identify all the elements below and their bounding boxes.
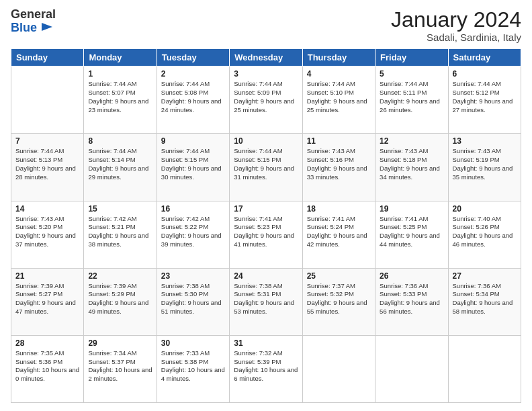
day-number: 26 bbox=[380, 271, 443, 281]
weekday-header-thursday: Thursday bbox=[302, 49, 375, 66]
day-number: 2 bbox=[161, 69, 225, 79]
day-info: Sunrise: 7:39 AMSunset: 5:29 PMDaylight:… bbox=[88, 282, 152, 316]
day-info: Sunrise: 7:44 AMSunset: 5:07 PMDaylight:… bbox=[88, 80, 152, 114]
day-cell: 6 Sunrise: 7:44 AMSunset: 5:12 PMDayligh… bbox=[448, 66, 521, 134]
day-cell: 28 Sunrise: 7:35 AMSunset: 5:36 PMDaylig… bbox=[11, 335, 84, 402]
day-info: Sunrise: 7:33 AMSunset: 5:38 PMDaylight:… bbox=[161, 349, 225, 383]
day-number: 4 bbox=[307, 69, 371, 79]
day-cell: 10 Sunrise: 7:44 AMSunset: 5:15 PMDaylig… bbox=[230, 134, 302, 201]
day-info: Sunrise: 7:44 AMSunset: 5:08 PMDaylight:… bbox=[161, 80, 225, 114]
day-number: 29 bbox=[88, 338, 152, 348]
day-number: 27 bbox=[453, 271, 517, 281]
day-number: 7 bbox=[15, 136, 79, 146]
day-cell: 7 Sunrise: 7:44 AMSunset: 5:13 PMDayligh… bbox=[11, 134, 84, 201]
day-info: Sunrise: 7:36 AMSunset: 5:33 PMDaylight:… bbox=[380, 282, 443, 316]
day-cell: 13 Sunrise: 7:43 AMSunset: 5:19 PMDaylig… bbox=[448, 134, 521, 201]
day-cell: 24 Sunrise: 7:38 AMSunset: 5:31 PMDaylig… bbox=[230, 268, 302, 335]
day-number: 11 bbox=[307, 136, 371, 146]
day-info: Sunrise: 7:44 AMSunset: 5:15 PMDaylight:… bbox=[161, 147, 225, 181]
day-cell: 11 Sunrise: 7:43 AMSunset: 5:16 PMDaylig… bbox=[302, 134, 375, 201]
day-cell: 20 Sunrise: 7:40 AMSunset: 5:26 PMDaylig… bbox=[448, 201, 521, 268]
day-cell: 27 Sunrise: 7:36 AMSunset: 5:34 PMDaylig… bbox=[448, 268, 521, 335]
day-info: Sunrise: 7:41 AMSunset: 5:24 PMDaylight:… bbox=[307, 215, 371, 249]
day-cell bbox=[375, 335, 448, 402]
day-cell: 16 Sunrise: 7:42 AMSunset: 5:22 PMDaylig… bbox=[157, 201, 229, 268]
day-number: 16 bbox=[161, 204, 225, 214]
day-cell: 22 Sunrise: 7:39 AMSunset: 5:29 PMDaylig… bbox=[84, 268, 157, 335]
day-info: Sunrise: 7:43 AMSunset: 5:19 PMDaylight:… bbox=[453, 147, 517, 181]
day-info: Sunrise: 7:37 AMSunset: 5:32 PMDaylight:… bbox=[307, 282, 371, 316]
day-info: Sunrise: 7:44 AMSunset: 5:11 PMDaylight:… bbox=[380, 80, 443, 114]
day-cell bbox=[448, 335, 521, 402]
day-cell: 31 Sunrise: 7:32 AMSunset: 5:39 PMDaylig… bbox=[230, 335, 302, 402]
day-info: Sunrise: 7:36 AMSunset: 5:34 PMDaylight:… bbox=[453, 282, 517, 316]
day-cell: 17 Sunrise: 7:41 AMSunset: 5:23 PMDaylig… bbox=[230, 201, 302, 268]
day-cell bbox=[302, 335, 375, 402]
day-number: 31 bbox=[234, 338, 298, 348]
day-number: 30 bbox=[161, 338, 225, 348]
day-cell: 30 Sunrise: 7:33 AMSunset: 5:38 PMDaylig… bbox=[157, 335, 229, 402]
day-info: Sunrise: 7:44 AMSunset: 5:10 PMDaylight:… bbox=[307, 80, 371, 114]
day-number: 5 bbox=[380, 69, 443, 79]
day-info: Sunrise: 7:44 AMSunset: 5:14 PMDaylight:… bbox=[88, 147, 152, 181]
location-title: Sadali, Sardinia, Italy bbox=[391, 32, 521, 43]
day-cell: 8 Sunrise: 7:44 AMSunset: 5:14 PMDayligh… bbox=[84, 134, 157, 201]
day-cell: 18 Sunrise: 7:41 AMSunset: 5:24 PMDaylig… bbox=[302, 201, 375, 268]
day-number: 21 bbox=[15, 271, 79, 281]
day-cell: 12 Sunrise: 7:43 AMSunset: 5:18 PMDaylig… bbox=[375, 134, 448, 201]
weekday-header-row: SundayMondayTuesdayWednesdayThursdayFrid… bbox=[11, 49, 521, 66]
day-info: Sunrise: 7:38 AMSunset: 5:30 PMDaylight:… bbox=[161, 282, 225, 316]
day-cell: 5 Sunrise: 7:44 AMSunset: 5:11 PMDayligh… bbox=[375, 66, 448, 134]
day-number: 20 bbox=[453, 204, 517, 214]
day-cell: 26 Sunrise: 7:36 AMSunset: 5:33 PMDaylig… bbox=[375, 268, 448, 335]
weekday-header-monday: Monday bbox=[84, 49, 157, 66]
day-info: Sunrise: 7:43 AMSunset: 5:20 PMDaylight:… bbox=[15, 215, 79, 249]
day-cell: 23 Sunrise: 7:38 AMSunset: 5:30 PMDaylig… bbox=[157, 268, 229, 335]
day-cell: 4 Sunrise: 7:44 AMSunset: 5:10 PMDayligh… bbox=[302, 66, 375, 134]
day-number: 17 bbox=[234, 204, 298, 214]
weekday-header-sunday: Sunday bbox=[11, 49, 84, 66]
day-cell: 21 Sunrise: 7:39 AMSunset: 5:27 PMDaylig… bbox=[11, 268, 84, 335]
logo-blue-text: Blue bbox=[11, 21, 37, 35]
day-number: 6 bbox=[453, 69, 517, 79]
day-info: Sunrise: 7:42 AMSunset: 5:21 PMDaylight:… bbox=[88, 215, 152, 249]
day-number: 23 bbox=[161, 271, 225, 281]
day-info: Sunrise: 7:43 AMSunset: 5:16 PMDaylight:… bbox=[307, 147, 371, 181]
day-number: 19 bbox=[380, 204, 443, 214]
day-number: 22 bbox=[88, 271, 152, 281]
title-block: January 2024 Sadali, Sardinia, Italy bbox=[391, 8, 521, 43]
day-info: Sunrise: 7:41 AMSunset: 5:25 PMDaylight:… bbox=[380, 215, 443, 249]
day-cell: 25 Sunrise: 7:37 AMSunset: 5:32 PMDaylig… bbox=[302, 268, 375, 335]
day-number: 1 bbox=[88, 69, 152, 79]
week-row-4: 28 Sunrise: 7:35 AMSunset: 5:36 PMDaylig… bbox=[11, 335, 521, 402]
weekday-header-friday: Friday bbox=[375, 49, 448, 66]
day-info: Sunrise: 7:44 AMSunset: 5:13 PMDaylight:… bbox=[15, 147, 79, 181]
day-info: Sunrise: 7:44 AMSunset: 5:12 PMDaylight:… bbox=[453, 80, 517, 114]
day-info: Sunrise: 7:32 AMSunset: 5:39 PMDaylight:… bbox=[234, 349, 298, 383]
day-cell: 19 Sunrise: 7:41 AMSunset: 5:25 PMDaylig… bbox=[375, 201, 448, 268]
day-info: Sunrise: 7:34 AMSunset: 5:37 PMDaylight:… bbox=[88, 349, 152, 383]
week-row-1: 7 Sunrise: 7:44 AMSunset: 5:13 PMDayligh… bbox=[11, 134, 521, 201]
day-cell: 1 Sunrise: 7:44 AMSunset: 5:07 PMDayligh… bbox=[84, 66, 157, 134]
day-number: 25 bbox=[307, 271, 371, 281]
logo-flag-icon bbox=[39, 21, 54, 35]
day-info: Sunrise: 7:44 AMSunset: 5:15 PMDaylight:… bbox=[234, 147, 298, 181]
weekday-header-saturday: Saturday bbox=[448, 49, 521, 66]
day-number: 28 bbox=[15, 338, 79, 348]
svg-marker-0 bbox=[42, 23, 52, 31]
day-info: Sunrise: 7:38 AMSunset: 5:31 PMDaylight:… bbox=[234, 282, 298, 316]
day-cell: 29 Sunrise: 7:34 AMSunset: 5:37 PMDaylig… bbox=[84, 335, 157, 402]
day-number: 8 bbox=[88, 136, 152, 146]
day-info: Sunrise: 7:40 AMSunset: 5:26 PMDaylight:… bbox=[453, 215, 517, 249]
week-row-0: 1 Sunrise: 7:44 AMSunset: 5:07 PMDayligh… bbox=[11, 66, 521, 134]
day-cell: 15 Sunrise: 7:42 AMSunset: 5:21 PMDaylig… bbox=[84, 201, 157, 268]
weekday-header-tuesday: Tuesday bbox=[157, 49, 229, 66]
day-number: 10 bbox=[234, 136, 298, 146]
day-number: 15 bbox=[88, 204, 152, 214]
day-number: 9 bbox=[161, 136, 225, 146]
day-info: Sunrise: 7:42 AMSunset: 5:22 PMDaylight:… bbox=[161, 215, 225, 249]
calendar-table: SundayMondayTuesdayWednesdayThursdayFrid… bbox=[11, 48, 521, 403]
day-info: Sunrise: 7:43 AMSunset: 5:18 PMDaylight:… bbox=[380, 147, 443, 181]
month-title: January 2024 bbox=[391, 8, 521, 32]
day-info: Sunrise: 7:35 AMSunset: 5:36 PMDaylight:… bbox=[15, 349, 79, 383]
